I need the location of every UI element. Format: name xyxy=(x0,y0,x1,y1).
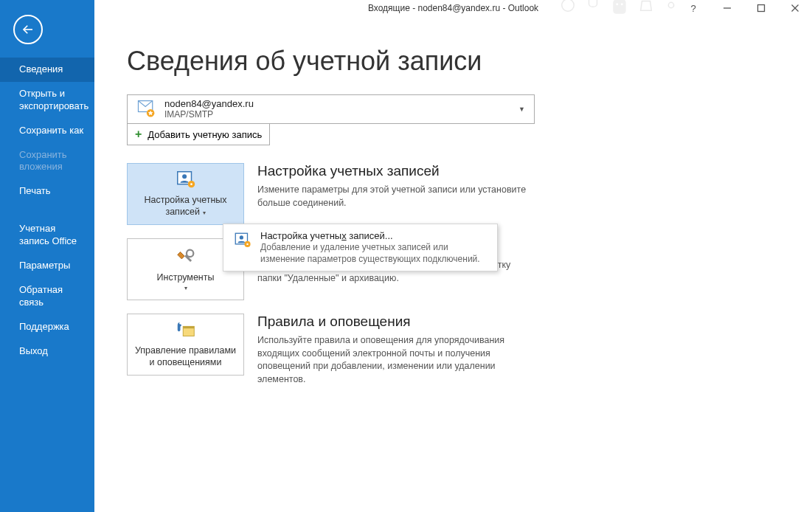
svg-point-22 xyxy=(240,235,243,239)
plus-icon: + xyxy=(135,128,142,141)
section-desc: Измените параметры для этой учетной запи… xyxy=(257,184,530,210)
svg-point-24 xyxy=(246,243,248,245)
sidebar-item-office-account[interactable]: Учетная запись Office xyxy=(0,217,94,254)
account-settings-icon xyxy=(232,230,253,251)
chevron-down-icon: ▾ xyxy=(203,210,206,216)
help-button[interactable]: ? xyxy=(676,0,710,16)
account-settings-menu: Настройка учетных записей... Добавление … xyxy=(223,224,498,271)
account-email: noden84@yandex.ru xyxy=(164,99,254,110)
svg-rect-3 xyxy=(613,0,625,14)
svg-rect-20 xyxy=(183,327,194,329)
tile-account-settings[interactable]: Настройка учетных записей ▾ xyxy=(127,163,244,225)
menu-item-account-settings[interactable]: Настройка учетных записей... Добавление … xyxy=(223,224,497,271)
section-desc: Используйте правила и оповещения для упо… xyxy=(257,334,530,386)
svg-point-16 xyxy=(190,184,192,186)
sidebar-item-save-attachments: Сохранить вложения xyxy=(0,143,94,180)
svg-rect-8 xyxy=(758,5,765,12)
tile-rules-alerts[interactable]: Управление правилами и оповещениями xyxy=(127,314,244,376)
titlebar: Входящие - noden84@yandex.ru - Outlook ? xyxy=(94,0,812,16)
minimize-button[interactable] xyxy=(710,0,744,16)
section-title: Настройка учетных записей xyxy=(257,163,530,179)
svg-point-6 xyxy=(668,2,673,7)
sidebar-item-feedback[interactable]: Обратная связь xyxy=(0,278,94,315)
maximize-button[interactable] xyxy=(744,0,778,16)
add-account-label: Добавить учетную запись xyxy=(148,129,262,140)
backstage-sidebar: Сведения Открыть и экспортировать Сохран… xyxy=(0,0,94,512)
tile-label: Настройка учетных записей ▾ xyxy=(132,195,239,218)
account-icon xyxy=(135,98,157,120)
sidebar-item-exit[interactable]: Выход xyxy=(0,339,94,364)
tile-label: Инструменты xyxy=(157,272,215,284)
sidebar-item-save-as[interactable]: Сохранить как xyxy=(0,119,94,143)
back-button[interactable] xyxy=(13,15,43,44)
sidebar-item-info[interactable]: Сведения xyxy=(0,58,94,82)
tile-label: Управление правилами и оповещениями xyxy=(132,345,239,368)
svg-point-18 xyxy=(186,249,192,256)
add-account-button[interactable]: + Добавить учетную запись xyxy=(127,124,270,145)
svg-point-4 xyxy=(616,3,618,5)
svg-point-1 xyxy=(562,0,575,11)
account-settings-icon xyxy=(174,170,198,190)
svg-point-5 xyxy=(621,3,623,5)
tools-icon xyxy=(174,247,198,268)
sidebar-item-options[interactable]: Параметры xyxy=(0,254,94,278)
account-protocol: IMAP/SMTP xyxy=(164,110,254,120)
content: Сведения об учетной записи noden84@yande… xyxy=(94,16,812,408)
rules-alerts-icon xyxy=(174,320,198,341)
menu-item-title: Настройка учетных записей... xyxy=(260,230,488,241)
account-dropdown[interactable]: noden84@yandex.ru IMAP/SMTP ▼ xyxy=(127,94,535,124)
chevron-down-icon: ▾ xyxy=(184,285,187,291)
sidebar-item-support[interactable]: Поддержка xyxy=(0,315,94,339)
main-area: Входящие - noden84@yandex.ru - Outlook ?… xyxy=(94,0,812,512)
chevron-down-icon: ▼ xyxy=(518,105,525,113)
page-title: Сведения об учетной записи xyxy=(127,46,790,77)
menu-item-desc: Добавление и удаление учетных записей ил… xyxy=(260,241,488,265)
sidebar-item-open-export[interactable]: Открыть и экспортировать xyxy=(0,82,94,119)
section-title: Правила и оповещения xyxy=(257,314,530,330)
arrow-left-icon xyxy=(21,23,35,36)
close-button[interactable] xyxy=(778,0,812,16)
svg-point-14 xyxy=(182,175,187,179)
window-title: Входящие - noden84@yandex.ru - Outlook xyxy=(368,3,538,13)
sidebar-item-print[interactable]: Печать xyxy=(0,179,94,204)
